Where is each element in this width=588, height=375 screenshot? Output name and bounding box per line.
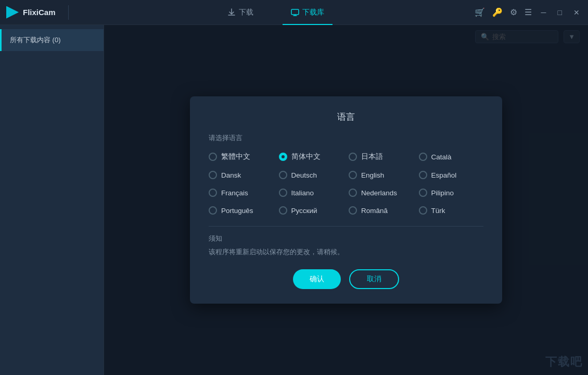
radio-en: [349, 171, 357, 179]
lang-label-ca: Català: [431, 153, 452, 161]
dialog-actions: 确认 取消: [209, 269, 483, 289]
svg-rect-0: [291, 9, 299, 15]
download-icon: [227, 8, 236, 17]
main-layout: 所有下载内容 (0) 🔍 ▼ 语言 请选择语言 繁體中文: [0, 25, 588, 375]
radio-ph: [419, 189, 427, 197]
lang-label-zh-cn: 简体中文: [291, 152, 321, 161]
notice-title: 须知: [209, 234, 483, 243]
dialog-subtitle: 请选择语言: [209, 133, 483, 143]
lang-label-es: Español: [431, 171, 457, 179]
lang-label-nl: Nederlands: [361, 189, 397, 197]
language-grid: 繁體中文 简体中文 日本語 Català: [209, 152, 483, 215]
sidebar: 所有下载内容 (0): [0, 25, 104, 375]
lang-label-ro: Română: [361, 207, 388, 215]
lang-option-fr[interactable]: Français: [209, 189, 274, 197]
dialog-overlay: 语言 请选择语言 繁體中文 简体中文 日本語: [104, 25, 588, 375]
lang-option-ru[interactable]: Русский: [279, 206, 344, 215]
titlebar-left: FlixiCam: [6, 5, 77, 20]
lang-option-ja[interactable]: 日本語: [349, 152, 414, 161]
radio-tr: [419, 206, 427, 215]
cancel-button[interactable]: 取消: [349, 269, 399, 289]
titlebar-right: 🛒 🔑 ⚙ ☰ ─ □ ✕: [475, 7, 582, 18]
lang-option-ro[interactable]: Română: [349, 206, 414, 215]
lang-option-zh-tw[interactable]: 繁體中文: [209, 152, 274, 161]
titlebar: FlixiCam 下载 下载库 🛒 🔑 ⚙ ☰ ─ □ ✕: [0, 0, 588, 25]
lang-label-ru: Русский: [291, 207, 317, 215]
radio-it: [279, 189, 287, 197]
settings-icon[interactable]: ⚙: [510, 7, 517, 17]
language-dialog: 语言 请选择语言 繁體中文 简体中文 日本語: [190, 96, 502, 304]
radio-es: [419, 171, 427, 179]
cart-icon[interactable]: 🛒: [475, 7, 485, 17]
radio-zh-cn: [279, 153, 287, 161]
app-name: FlixiCam: [23, 8, 56, 17]
key-icon[interactable]: 🔑: [492, 7, 503, 17]
lang-label-ph: Pilipino: [431, 189, 454, 197]
radio-nl: [349, 189, 357, 197]
titlebar-nav: 下载 下载库: [219, 0, 333, 25]
radio-da: [209, 171, 217, 179]
lang-label-zh-tw: 繁體中文: [221, 152, 250, 161]
lang-label-ja: 日本語: [361, 152, 383, 161]
minimize-button[interactable]: ─: [539, 7, 548, 18]
lang-option-es[interactable]: Español: [419, 171, 484, 179]
maximize-button[interactable]: □: [556, 7, 564, 18]
lang-option-da[interactable]: Dansk: [209, 171, 274, 179]
lang-option-de[interactable]: Deutsch: [279, 171, 344, 179]
lang-label-fr: Français: [221, 189, 248, 197]
radio-de: [279, 171, 287, 179]
radio-ro: [349, 206, 357, 215]
radio-ru: [279, 206, 287, 215]
close-button[interactable]: ✕: [571, 7, 582, 18]
notice-text: 该程序将重新启动以保存您的更改，请稍候。: [209, 247, 483, 257]
radio-ja: [349, 153, 357, 161]
lang-option-nl[interactable]: Nederlands: [349, 189, 414, 197]
lang-option-pt[interactable]: Português: [209, 206, 274, 215]
lang-option-zh-cn[interactable]: 简体中文: [279, 152, 344, 161]
logo-play-icon: [6, 6, 19, 19]
lang-option-ph[interactable]: Pilipino: [419, 189, 484, 197]
lang-option-tr[interactable]: Türk: [419, 206, 484, 215]
radio-zh-tw: [209, 153, 217, 161]
sidebar-item-all-downloads[interactable]: 所有下载内容 (0): [0, 29, 104, 51]
monitor-icon: [291, 8, 299, 17]
radio-fr: [209, 189, 217, 197]
radio-pt: [209, 206, 217, 215]
lang-label-tr: Türk: [431, 207, 445, 215]
titlebar-divider: [68, 5, 69, 20]
lang-label-de: Deutsch: [291, 171, 317, 179]
lang-option-it[interactable]: Italiano: [279, 189, 344, 197]
tab-download[interactable]: 下载: [219, 0, 262, 25]
lang-label-it: Italiano: [291, 189, 314, 197]
lang-label-pt: Português: [221, 207, 253, 215]
lang-option-ca[interactable]: Català: [419, 152, 484, 161]
lang-option-en[interactable]: English: [349, 171, 414, 179]
content-area: 🔍 ▼ 语言 请选择语言 繁體中文 简体中文: [104, 25, 588, 375]
dialog-title: 语言: [209, 111, 483, 123]
menu-icon[interactable]: ☰: [525, 7, 532, 17]
lang-label-da: Dansk: [221, 171, 241, 179]
notice-divider: [209, 226, 483, 227]
lang-label-en: English: [361, 171, 384, 179]
tab-library[interactable]: 下载库: [283, 0, 333, 25]
radio-ca: [419, 153, 427, 161]
confirm-button[interactable]: 确认: [293, 269, 341, 289]
